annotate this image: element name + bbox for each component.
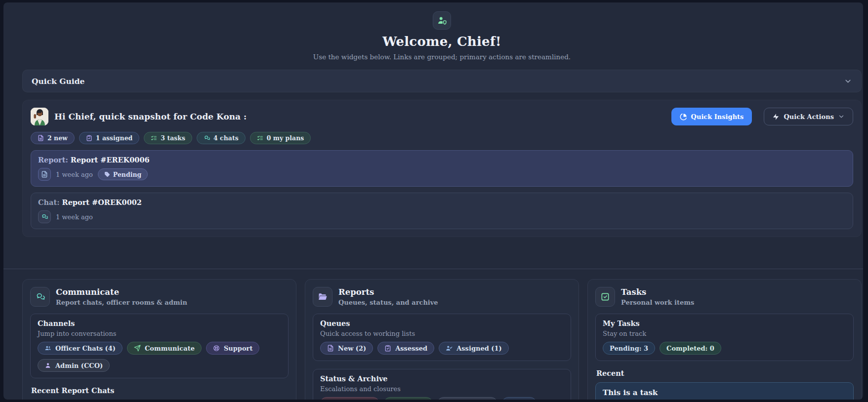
chip-label: Assigned (1): [456, 345, 501, 352]
clipboard-check-icon: [86, 135, 92, 141]
section-divider: [3, 269, 863, 269]
recent-task-card[interactable]: This is a task Due Nov 21, 2025 Pending: [595, 382, 854, 400]
chip-label: Admin (CCO): [55, 362, 103, 369]
chip-closed[interactable]: Closed: [384, 397, 433, 400]
item-kind: Chat:: [38, 198, 60, 206]
stat-label: 1 assigned: [96, 134, 133, 142]
chip-admin-cco[interactable]: Admin (CCO): [38, 359, 110, 372]
panel-my-tasks: My Tasks Stay on track Pending: 3 Comple…: [595, 314, 854, 361]
zap-icon: [772, 113, 780, 121]
list-checks-icon: [257, 135, 263, 141]
chip-label: Assessed: [395, 345, 427, 352]
item-title: Report #OREK0002: [62, 198, 142, 206]
stat-label: 2 new: [47, 134, 68, 142]
card-tasks: Tasks Personal work items My Tasks Stay …: [587, 279, 862, 400]
section-recent-report-chats: Recent Report Chats Report #OREK0002 1 w…: [30, 386, 289, 400]
page-content: Welcome, Chief! Use the widgets below. L…: [3, 2, 863, 400]
section-title: Recent Report Chats: [31, 386, 289, 395]
chip-label: Support: [224, 345, 253, 352]
stat-badge-assigned[interactable]: 1 assigned: [79, 132, 140, 144]
snapshot-stats: 2 new 1 assigned 3 tasks 4 chats 0 my pl…: [31, 132, 853, 144]
chip-escalated[interactable]: Escalated: [320, 397, 379, 400]
chip-support[interactable]: Support: [206, 342, 260, 355]
stat-badge-tasks[interactable]: 3 tasks: [144, 132, 192, 144]
chip-officer-chats[interactable]: Officer Chats (4): [38, 342, 123, 355]
file-icon: [38, 135, 44, 141]
panel-title: Queues: [320, 319, 564, 327]
item-kind: Report:: [38, 156, 68, 164]
file-icon: [38, 168, 51, 181]
stat-badge-chats[interactable]: 4 chats: [197, 132, 246, 144]
panel-queues: Queues Quick access to working lists New…: [313, 314, 571, 361]
chip-all[interactable]: All: [502, 397, 537, 400]
quick-actions-label: Quick Actions: [784, 113, 834, 121]
snapshot-item-chat[interactable]: Chat: Report #OREK0002 1 week ago: [31, 193, 853, 229]
task-title: This is a task: [603, 388, 846, 397]
chip-reopened[interactable]: Reopened: [437, 397, 497, 400]
section-recent-tasks: Recent This is a task Due Nov 21, 2025 P…: [595, 369, 854, 400]
stat-badge-new[interactable]: 2 new: [31, 132, 75, 144]
panel-subtitle: Escalations and closures: [320, 385, 564, 393]
status-label: Pending: [113, 171, 141, 178]
panel-title: My Tasks: [603, 319, 846, 327]
app-window: Welcome, Chief! Use the widgets below. L…: [3, 2, 863, 400]
page-subtitle: Use the widgets below. Links are grouped…: [22, 53, 862, 61]
item-time: 1 week ago: [56, 213, 93, 221]
stat-label: 3 tasks: [161, 134, 185, 142]
panel-title: Channels: [38, 319, 281, 327]
chat-bubbles-icon: [204, 135, 210, 141]
chip-pending-count[interactable]: Pending: 3: [603, 342, 655, 355]
quick-guide-accordion[interactable]: Quick Guide: [22, 70, 862, 92]
list-checks-icon: [151, 135, 157, 141]
shield-user-icon: [433, 11, 451, 30]
file-icon: [327, 345, 334, 352]
panel-channels: Channels Jump into conversations Officer…: [30, 314, 289, 378]
card-subtitle: Report chats, officer rooms & admin: [56, 299, 187, 306]
send-icon: [134, 345, 141, 352]
panel-subtitle: Quick access to working lists: [320, 330, 564, 337]
chip-assessed[interactable]: Assessed: [377, 342, 434, 355]
snapshot-item-report[interactable]: Report: Report #EREK0006 1 week ago Pend…: [31, 150, 853, 187]
chip-new[interactable]: New (2): [320, 342, 373, 355]
user-check-icon: [446, 345, 453, 352]
card-title: Reports: [338, 287, 438, 297]
item-title: Report #EREK0006: [71, 156, 150, 164]
chat-bubbles-icon: [38, 210, 51, 223]
chip-label: Completed: 0: [666, 345, 714, 352]
quick-insights-button[interactable]: Quick Insights: [671, 108, 752, 125]
stat-badge-my-plans[interactable]: 0 my plans: [250, 132, 311, 144]
status-badge: Pending: [98, 168, 148, 180]
chip-communicate[interactable]: Communicate: [127, 342, 202, 355]
avatar: [31, 108, 48, 125]
card-communicate: Communicate Report chats, officer rooms …: [22, 279, 296, 400]
life-buoy-icon: [213, 345, 220, 352]
quick-guide-title: Quick Guide: [32, 77, 84, 86]
section-title: Recent: [596, 369, 854, 377]
quick-actions-button[interactable]: Quick Actions: [764, 108, 853, 125]
snapshot-panel: Hi Chief, quick snapshot for Code Kona :…: [22, 100, 862, 237]
chevron-down-icon: [844, 77, 852, 85]
stat-label: 0 my plans: [267, 134, 304, 142]
page-title: Welcome, Chief!: [22, 34, 862, 49]
widget-cards: Communicate Report chats, officer rooms …: [22, 279, 862, 400]
chevron-down-icon: [838, 113, 845, 120]
chip-label: Officer Chats (4): [55, 345, 116, 352]
chip-completed-count[interactable]: Completed: 0: [660, 342, 721, 355]
panel-title: Status & Archive: [320, 374, 564, 383]
pie-chart-icon: [680, 113, 687, 121]
clipboard-check-icon: [384, 345, 391, 352]
chip-assigned[interactable]: Assigned (1): [439, 342, 508, 355]
panel-subtitle: Jump into conversations: [38, 330, 281, 337]
users-icon: [44, 345, 51, 352]
chat-bubbles-icon: [30, 287, 50, 307]
quick-insights-label: Quick Insights: [691, 113, 744, 121]
chip-label: Pending: 3: [610, 345, 648, 352]
card-reports: Reports Queues, status, and archive Queu…: [305, 279, 579, 400]
card-subtitle: Personal work items: [621, 299, 694, 306]
snapshot-greeting: Hi Chief, quick snapshot for Code Kona :: [54, 112, 247, 121]
tag-icon: [104, 171, 110, 177]
card-title: Tasks: [621, 287, 694, 297]
stat-label: 4 chats: [213, 134, 239, 142]
card-title: Communicate: [56, 287, 187, 297]
card-subtitle: Queues, status, and archive: [338, 299, 438, 306]
